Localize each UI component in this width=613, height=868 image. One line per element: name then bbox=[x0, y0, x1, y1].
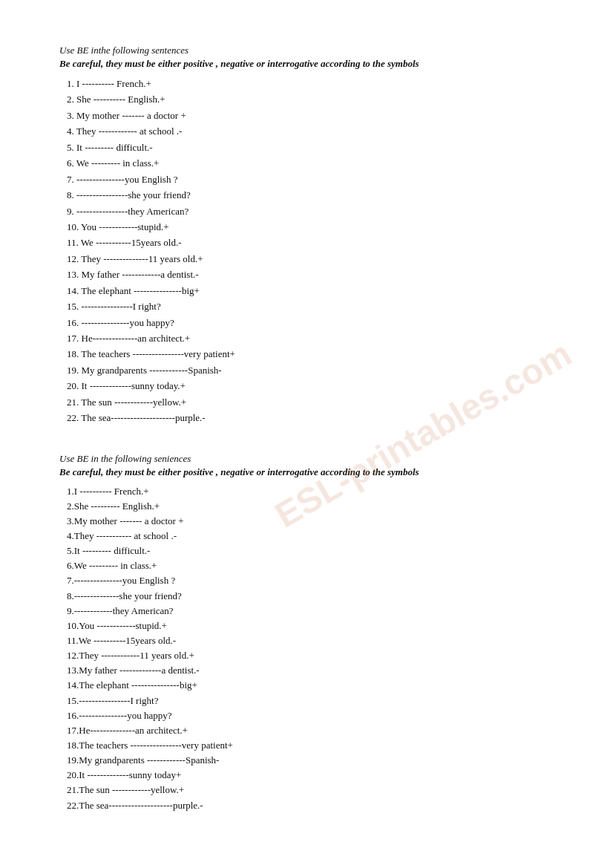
list-item: 12. They --------------11 years old.+ bbox=[67, 251, 554, 267]
list-item: 22. The sea--------------------purple.- bbox=[67, 410, 554, 425]
section1-subtitle: Be careful, they must be either positive… bbox=[59, 58, 554, 70]
list-item: 21. The sun ------------yellow.+ bbox=[67, 394, 554, 410]
list-item: 11. We -----------15years old.- bbox=[67, 235, 554, 250]
section1-list: 1. I ---------- French.+2. She ---------… bbox=[59, 76, 554, 426]
list-item: 5.It --------- difficult.- bbox=[67, 544, 554, 558]
list-item: 5. It --------- difficult.- bbox=[67, 140, 554, 155]
list-item: 17. He--------------an architect.+ bbox=[67, 330, 554, 346]
list-item: 22.The sea--------------------purple.- bbox=[67, 798, 554, 813]
list-item: 7.---------------you English ? bbox=[67, 573, 554, 588]
list-item: 6. We --------- in class.+ bbox=[67, 155, 554, 171]
list-item: 9.------------they American? bbox=[67, 604, 554, 619]
list-item: 4. They ------------ at school .- bbox=[67, 123, 554, 139]
list-item: 20. It -------------sunny today.+ bbox=[67, 378, 554, 394]
list-item: 19. My grandparents ------------Spanish- bbox=[67, 362, 554, 378]
list-item: 1. I ---------- French.+ bbox=[67, 76, 554, 91]
list-item: 10.You ------------stupid.+ bbox=[67, 619, 554, 633]
list-item: 10. You ------------stupid.+ bbox=[67, 219, 554, 235]
list-item: 13.My father -------------a dentist.- bbox=[67, 663, 554, 678]
list-item: 15. ----------------I right? bbox=[67, 298, 554, 314]
list-item: 8. ----------------she your friend? bbox=[67, 187, 554, 203]
list-item: 16.---------------you happy? bbox=[67, 708, 554, 723]
list-item: 1.I ---------- French.+ bbox=[67, 484, 554, 499]
section2: Use BE in the following seniences Be car… bbox=[59, 453, 554, 813]
section2-list: 1.I ---------- French.+2.She --------- E… bbox=[59, 484, 554, 813]
section1-title: Use BE inthe following sentences bbox=[59, 45, 554, 56]
list-item: 21.The sun ------------yellow.+ bbox=[67, 783, 554, 797]
list-item: 13. My father ------------a dentist.- bbox=[67, 267, 554, 282]
list-item: 2.She --------- English.+ bbox=[67, 499, 554, 514]
list-item: 15.----------------I right? bbox=[67, 694, 554, 708]
list-item: 7. ---------------you English ? bbox=[67, 172, 554, 187]
list-item: 6.We --------- in class.+ bbox=[67, 558, 554, 573]
list-item: 18.The teachers ----------------very pat… bbox=[67, 738, 554, 753]
list-item: 17.He--------------an architect.+ bbox=[67, 723, 554, 738]
list-item: 16. ---------------you happy? bbox=[67, 315, 554, 330]
section2-title: Use BE in the following seniences bbox=[59, 453, 554, 465]
list-item: 14. The elephant ---------------big+ bbox=[67, 283, 554, 298]
section2-subtitle: Be careful, they must be either positive… bbox=[59, 466, 554, 478]
list-item: 19.My grandparents ------------Spanish- bbox=[67, 753, 554, 768]
list-item: 18. The teachers ----------------very pa… bbox=[67, 346, 554, 362]
list-item: 2. She ---------- English.+ bbox=[67, 91, 554, 107]
list-item: 3. My mother ------- a doctor + bbox=[67, 108, 554, 123]
list-item: 14.The elephant ---------------big+ bbox=[67, 678, 554, 693]
list-item: 11.We ----------15years old.- bbox=[67, 633, 554, 648]
section1: Use BE inthe following sentences Be care… bbox=[59, 45, 554, 426]
list-item: 4.They ----------- at school .- bbox=[67, 529, 554, 544]
list-item: 8.--------------she your friend? bbox=[67, 589, 554, 604]
list-item: 20.It -------------sunny today+ bbox=[67, 768, 554, 783]
list-item: 9. ----------------they American? bbox=[67, 203, 554, 219]
list-item: 3.My mother ------- a doctor + bbox=[67, 514, 554, 529]
list-item: 12.They ------------11 years old.+ bbox=[67, 648, 554, 663]
